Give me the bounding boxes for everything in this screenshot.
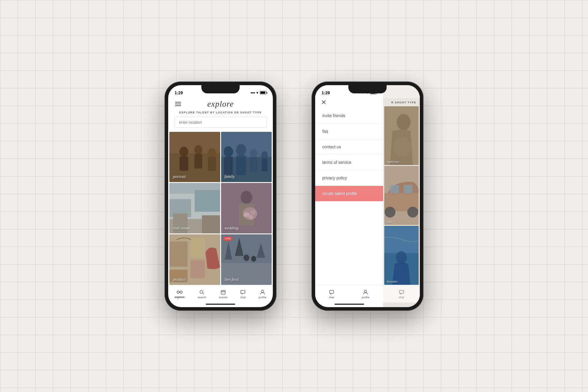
nav-explore-label: explore: [175, 296, 185, 299]
svg-point-2: [180, 147, 188, 157]
photo-grid: portrait family: [169, 132, 272, 285]
nav-chat[interactable]: chat: [238, 290, 248, 299]
menu-item-invite-friends[interactable]: invite friends: [315, 108, 383, 124]
svg-point-6: [208, 148, 216, 157]
status-time-2: 1:29: [322, 90, 330, 95]
nav-chat-label-2: chat: [329, 296, 334, 299]
svg-point-47: [200, 290, 203, 293]
svg-rect-11: [224, 157, 233, 174]
menu-item-contact-us[interactable]: contact us: [315, 139, 383, 155]
hamburger-line-2: [175, 104, 181, 104]
behind-bottom-space: [383, 302, 420, 307]
svg-point-60: [385, 207, 396, 218]
wifi-icon-1: ▾: [256, 90, 258, 95]
menu-item-terms[interactable]: terms of service: [315, 155, 383, 170]
home-indicator-2: [335, 304, 364, 305]
svg-rect-64: [384, 226, 419, 285]
svg-rect-20: [169, 199, 191, 217]
behind-label-underwater: lerwater: [387, 280, 397, 283]
svg-rect-13: [236, 155, 245, 175]
svg-point-45: [180, 291, 182, 293]
notch-1: [201, 85, 240, 93]
svg-point-28: [243, 207, 257, 220]
svg-point-4: [194, 145, 202, 154]
svg-rect-17: [261, 159, 267, 171]
svg-rect-15: [250, 157, 257, 172]
svg-rect-27: [238, 203, 254, 225]
nav-search-label: search: [198, 296, 206, 299]
menu-item-create-talent[interactable]: create talent profile: [315, 186, 383, 201]
nav-chat-label: chat: [240, 296, 245, 299]
grid-item-portrait[interactable]: portrait: [169, 132, 220, 182]
svg-point-10: [224, 146, 233, 157]
bottom-nav-1: explore search: [168, 285, 273, 302]
behind-subtitle: R SHOOT TYPE: [383, 98, 420, 106]
svg-rect-33: [169, 241, 188, 267]
svg-rect-65: [384, 226, 419, 253]
status-icons-1: ●●● ▾: [250, 90, 266, 95]
menu-item-privacy[interactable]: privacy policy: [315, 170, 383, 186]
grid-item-wedding[interactable]: wedding: [221, 183, 272, 233]
grid-label-livefeed: live feed: [225, 277, 238, 282]
menu-list: invite friends faq contact us terms of s…: [315, 108, 383, 285]
svg-marker-41: [256, 243, 265, 258]
svg-marker-39: [225, 241, 232, 259]
svg-point-54: [364, 290, 367, 292]
grid-item-realestate[interactable]: real estate: [169, 183, 220, 233]
grid-label-family: family: [225, 174, 235, 179]
nav-chat-2[interactable]: chat: [327, 290, 337, 299]
nav-profile-label-2: profile: [362, 296, 370, 299]
behind-panel: R SHOOT TYPE maternity: [383, 85, 420, 307]
nav-profile-2[interactable]: profile: [359, 290, 372, 299]
home-indicator-1: [206, 304, 235, 305]
svg-point-67: [396, 251, 407, 264]
svg-rect-24: [202, 216, 220, 233]
menu-item-faq[interactable]: faq: [315, 124, 383, 139]
behind-label-auto: auto: [387, 220, 392, 223]
grid-item-livefeed[interactable]: LIVE live feed: [221, 234, 272, 285]
status-time-1: 1:29: [175, 90, 183, 95]
svg-point-30: [250, 210, 256, 215]
svg-point-31: [248, 215, 253, 219]
svg-rect-5: [194, 154, 202, 169]
phone-2: 1:29 ●●● ▾ ✕ invite friends faq contact …: [312, 82, 423, 311]
svg-point-44: [177, 291, 179, 293]
behind-item-underwater: lerwater: [384, 226, 419, 285]
app-header: explore: [168, 98, 273, 111]
behind-label-maternity: maternity: [387, 160, 399, 163]
bottom-nav-2-left: chat profile: [315, 285, 383, 302]
svg-point-56: [397, 114, 410, 130]
app-title: explore: [182, 99, 259, 109]
hamburger-button[interactable]: [174, 100, 182, 108]
behind-status: [383, 85, 420, 98]
grid-item-product[interactable]: product: [169, 234, 220, 285]
svg-point-16: [261, 151, 268, 159]
svg-marker-40: [235, 238, 243, 256]
nav-profile[interactable]: profile: [256, 290, 269, 299]
search-input[interactable]: [174, 117, 267, 128]
live-badge: LIVE: [223, 237, 232, 240]
grid-label-portrait: portrait: [173, 174, 186, 179]
svg-rect-55: [384, 106, 419, 165]
svg-rect-34: [191, 238, 205, 258]
nav-search[interactable]: search: [195, 290, 208, 299]
profile-icon: [260, 290, 265, 295]
events-icon: [221, 290, 225, 295]
close-button[interactable]: ✕: [321, 99, 326, 106]
phone-2-screen: 1:29 ●●● ▾ ✕ invite friends faq contact …: [315, 85, 420, 307]
nav-events-label: events: [219, 296, 227, 299]
svg-point-43: [251, 256, 256, 262]
svg-point-42: [243, 254, 249, 261]
search-bar: [174, 117, 267, 128]
behind-item-maternity: maternity: [384, 106, 419, 165]
nav-events[interactable]: events: [217, 290, 230, 299]
nav-explore[interactable]: explore: [172, 290, 187, 299]
menu-header: ✕: [315, 98, 383, 108]
chat-icon-behind: [399, 290, 404, 295]
svg-rect-59: [384, 193, 419, 211]
grid-label-product: product: [173, 277, 186, 282]
grid-item-family[interactable]: family: [221, 132, 272, 182]
behind-grid: maternity auto: [383, 106, 420, 285]
svg-point-53: [261, 290, 264, 292]
svg-rect-21: [195, 190, 220, 212]
